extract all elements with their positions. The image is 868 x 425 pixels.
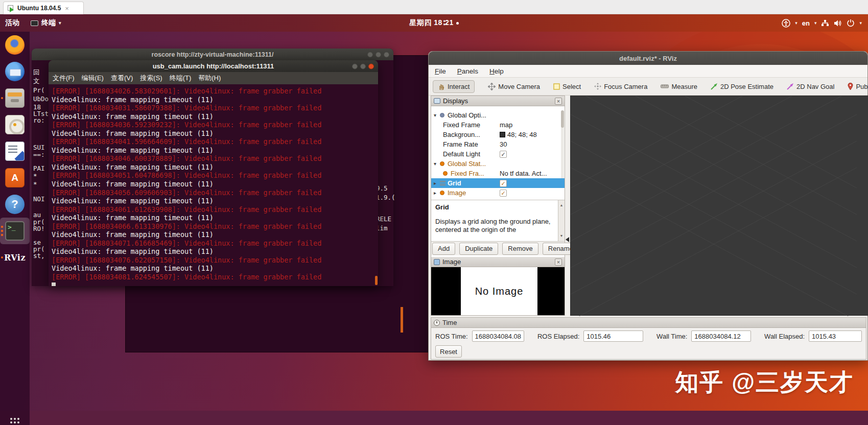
terminal-menu-item[interactable]: 帮助(H) — [198, 74, 221, 83]
tool-focus-camera[interactable]: Focus Camera — [594, 83, 647, 90]
dock-item-firefox[interactable] — [0, 32, 30, 58]
checkbox-checked[interactable]: ✓ — [500, 151, 507, 158]
system-indicators[interactable]: ▾ en ▾ ▾ — [782, 14, 862, 32]
terminal-menu-item[interactable]: 编辑(E) — [82, 74, 104, 83]
terminal-menu-item[interactable]: 查看(V) — [111, 74, 133, 83]
image-panel-header[interactable]: Image × — [431, 257, 565, 267]
collapse-arrow-icon[interactable]: ▸ — [434, 180, 440, 186]
menu-help[interactable]: Help — [489, 67, 504, 75]
map-pin-icon — [848, 83, 853, 90]
vm-tab[interactable]: Ubuntu 18.04.5 × — [3, 2, 84, 14]
terminal-menu-item[interactable]: 文件(F) — [53, 74, 75, 83]
log-timeout-line: Video4linux: frame mapping timeout (11) — [52, 230, 378, 239]
tool-publish-point[interactable]: Publish Point — [848, 83, 868, 90]
dock-item-software[interactable]: A — [0, 164, 30, 191]
display-row-backgroun-[interactable]: Backgroun...48; 48; 48 — [431, 130, 565, 139]
dock-item-writer[interactable] — [0, 138, 30, 164]
time-panel-header[interactable]: Time — [431, 318, 866, 328]
ground-grid — [571, 96, 868, 316]
display-row-default-light[interactable]: Default Light✓ — [431, 149, 565, 159]
close-icon[interactable]: × — [555, 258, 562, 266]
row-value[interactable]: ✓ — [500, 180, 507, 187]
menu-file[interactable]: File — [435, 67, 446, 75]
tool-2d-pose-estimate[interactable]: 2D Pose Estimate — [711, 83, 773, 90]
dock-item-rviz[interactable]: RViz — [0, 244, 30, 271]
orange-status-icon — [440, 191, 448, 195]
tool-select[interactable]: Select — [553, 83, 581, 90]
tool-2d-nav-goal[interactable]: 2D Nav Goal — [787, 83, 834, 90]
tool-move-camera[interactable]: Move Camera — [488, 83, 540, 90]
reset-button[interactable]: Reset — [435, 345, 462, 358]
network-icon[interactable] — [821, 19, 829, 27]
display-row-fixed-frame[interactable]: Fixed Framemap — [431, 120, 565, 130]
dock-item-rhythmbox[interactable] — [0, 111, 30, 138]
splitter-handle-icon[interactable] — [566, 237, 569, 242]
log-error-line: [ERROR] [1688034066.613130976]: Video4li… — [52, 222, 378, 231]
wall-time-input[interactable]: 1688034084.12 — [691, 330, 751, 342]
wall-elapsed-input[interactable]: 1015.43 — [809, 330, 862, 342]
row-value[interactable]: 48; 48; 48 — [500, 131, 537, 138]
close-button[interactable] — [384, 52, 389, 57]
displays-panel-header[interactable]: Displays × — [431, 96, 565, 106]
display-row-fixed-fra-[interactable]: Fixed Fra...No tf data. Act... — [431, 169, 565, 178]
scrollbar[interactable]: ▲ ▼ — [558, 200, 565, 241]
scroll-up-icon[interactable]: ▲ — [560, 201, 564, 209]
maximize-button[interactable] — [376, 52, 381, 57]
dock-item-thunderbird[interactable] — [0, 58, 30, 85]
display-row-image[interactable]: ▸Image✓ — [431, 188, 565, 198]
maximize-button[interactable] — [360, 63, 366, 69]
dock-item-files[interactable] — [0, 85, 30, 111]
rviz-icon: RViz — [4, 253, 26, 263]
terminal-menu-item[interactable]: 搜索(S) — [140, 74, 162, 83]
display-row-frame-rate[interactable]: Frame Rate30 — [431, 139, 565, 149]
checkbox-checked[interactable]: ✓ — [500, 180, 507, 187]
tool-interact[interactable]: Interact — [433, 80, 475, 93]
row-value[interactable]: ✓ — [500, 190, 507, 197]
vm-tab-close-icon[interactable]: × — [65, 5, 69, 12]
close-icon[interactable]: × — [555, 98, 562, 105]
menu-panels[interactable]: Panels — [457, 67, 478, 75]
ros-elapsed-input[interactable]: 1015.46 — [583, 330, 643, 342]
volume-icon[interactable] — [834, 19, 842, 27]
add-button[interactable]: Add — [432, 243, 455, 255]
window-buttons[interactable] — [367, 52, 389, 57]
minimize-button[interactable] — [352, 63, 358, 69]
terminal-output[interactable]: [ERROR] [1688034026.583029601]: Video4li… — [49, 84, 378, 286]
collapse-arrow-icon[interactable]: ▸ — [434, 190, 440, 196]
language-indicator[interactable]: en — [802, 19, 810, 27]
checkbox-checked[interactable]: ✓ — [500, 190, 507, 197]
ruler-icon — [661, 84, 669, 89]
window-titlebar[interactable]: default.rviz* - RViz — [429, 52, 867, 65]
ros-time-input[interactable]: 1688034084.08 — [472, 330, 524, 342]
remove-button[interactable]: Remove — [502, 243, 538, 255]
dock-item-help[interactable]: ? — [0, 191, 30, 218]
power-icon[interactable] — [847, 19, 855, 27]
row-value[interactable]: map — [500, 121, 512, 129]
tool-measure[interactable]: Measure — [661, 83, 697, 90]
duplicate-button[interactable]: Duplicate — [459, 243, 498, 255]
expand-arrow-icon[interactable]: ▾ — [434, 112, 440, 118]
display-row-global-opti-[interactable]: ▾Global Opti... — [431, 110, 565, 120]
display-row-global-stat-[interactable]: ▾Global Stat... — [431, 159, 565, 169]
window-titlebar[interactable]: roscore http://zty-virtual-machine:11311… — [32, 49, 393, 60]
expand-arrow-icon[interactable]: ▾ — [434, 161, 440, 167]
usb-cam-terminal-window[interactable]: usb_cam.launch http://localhost:11311 文件… — [49, 60, 378, 286]
rviz-window[interactable]: default.rviz* - RViz File Panels Help In… — [428, 51, 868, 361]
window-title: roscore http://zty-virtual-machine:11311… — [152, 51, 274, 58]
show-applications-button[interactable] — [10, 418, 12, 420]
row-value[interactable]: No tf data. Act... — [500, 170, 547, 177]
terminal-scrollbar[interactable] — [375, 276, 378, 285]
window-titlebar[interactable]: usb_cam.launch http://localhost:11311 — [49, 60, 378, 72]
clock[interactable]: 星期四 18∶21 — [0, 18, 868, 28]
row-value[interactable]: ✓ — [500, 151, 507, 158]
window-buttons[interactable] — [352, 63, 374, 69]
accessibility-icon[interactable] — [782, 19, 790, 28]
row-value[interactable]: 30 — [500, 140, 507, 148]
3d-viewport[interactable] — [570, 96, 868, 316]
minimize-button[interactable] — [367, 52, 373, 57]
close-button[interactable] — [368, 63, 374, 69]
terminal-menu-item[interactable]: 终端(T) — [170, 74, 192, 83]
scroll-down-icon[interactable]: ▼ — [560, 232, 564, 240]
dock-item-terminal[interactable]: >_ — [0, 218, 30, 244]
display-row-grid[interactable]: ▸Grid✓ — [431, 178, 565, 188]
